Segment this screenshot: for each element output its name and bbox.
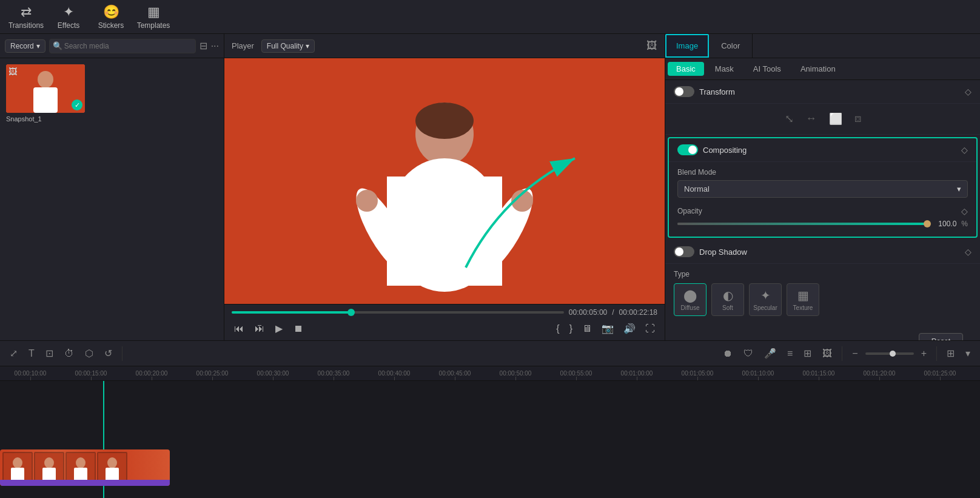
ruler-mark: 00:00:40:00 xyxy=(364,370,425,380)
progress-track[interactable] xyxy=(232,311,564,314)
select-tool-button[interactable]: ⤢ xyxy=(6,345,21,362)
track-frame-3 xyxy=(65,452,96,483)
mic-button[interactable]: 🎤 xyxy=(760,345,780,362)
opacity-unit: % xyxy=(961,220,968,228)
blend-chevron-icon: ▾ xyxy=(957,184,961,193)
group-button[interactable]: ⊞ xyxy=(800,345,815,362)
ruler-mark: 00:01:25:00 xyxy=(910,370,970,380)
stop-button[interactable]: ⏹ xyxy=(291,321,306,337)
transform-toggle[interactable] xyxy=(674,86,694,97)
shape-tool-button[interactable]: ⬡ xyxy=(81,345,97,362)
video-canvas xyxy=(224,58,665,304)
zoom-out-button[interactable]: − xyxy=(848,346,861,362)
record-dropdown[interactable]: Record ▾ xyxy=(5,39,45,53)
templates-button[interactable]: ▦ Templates xyxy=(132,2,175,32)
shield-button[interactable]: 🛡 xyxy=(740,346,757,362)
media-thumb: ✓ 🖼 xyxy=(6,64,85,113)
ds-diffuse-label: Diffuse xyxy=(681,305,700,311)
more-icon[interactable]: ··· xyxy=(211,41,219,52)
ds-texture-label: Texture xyxy=(793,305,813,311)
opacity-keyframe-icon[interactable]: ◇ xyxy=(961,206,968,216)
filter-icon[interactable]: ⊟ xyxy=(200,40,207,52)
transform-icon-1[interactable]: ⤡ xyxy=(785,112,794,126)
transform-icon-2[interactable]: ↔ xyxy=(806,112,817,126)
transitions-button[interactable]: ⇄ Transitions xyxy=(5,2,47,32)
ds-option-texture[interactable]: ▦ Texture xyxy=(787,283,819,316)
effects-button[interactable]: ✦ Effects xyxy=(47,2,90,32)
tab-image-label: Image xyxy=(676,41,698,50)
player-label: Player xyxy=(232,41,254,50)
progress-thumb xyxy=(347,309,355,316)
video-track[interactable] xyxy=(0,449,170,486)
ds-option-soft[interactable]: ◐ Soft xyxy=(711,283,744,316)
timeline-ruler: 00:00:10:0000:00:15:0000:00:20:0000:00:2… xyxy=(0,366,980,381)
record-timeline-button[interactable]: ⏺ xyxy=(719,346,736,362)
compositing-keyframe-icon[interactable]: ◇ xyxy=(961,145,968,155)
screenshot-icon[interactable]: 🖼 xyxy=(646,39,657,52)
frame-back-button[interactable]: ⏭̄ xyxy=(252,321,267,337)
captions-button[interactable]: ≡ xyxy=(784,346,796,362)
mark-out-button[interactable]: } xyxy=(567,320,575,337)
more-options-button[interactable]: ▾ xyxy=(962,345,974,362)
current-time: 00:00:05:00 xyxy=(569,308,607,317)
time-separator: / xyxy=(612,308,614,317)
drop-shadow-keyframe-icon[interactable]: ◇ xyxy=(965,247,972,257)
text-tool-button[interactable]: T xyxy=(25,346,38,362)
zoom-in-button[interactable]: + xyxy=(918,346,930,362)
monitor-button[interactable]: 🖥 xyxy=(580,320,594,337)
subtab-mask-label: Mask xyxy=(715,64,734,73)
mark-in-button[interactable]: { xyxy=(554,320,562,337)
toolbar-separator-1 xyxy=(122,346,122,361)
play-button[interactable]: ▶ xyxy=(273,320,285,337)
tab-image[interactable]: Image xyxy=(665,34,709,58)
compositing-label: Compositing xyxy=(703,146,747,155)
snapshot-button[interactable]: 📷 xyxy=(599,320,616,337)
transform-icon-3[interactable]: ⬜ xyxy=(829,112,842,126)
drop-shadow-label: Drop Shadow xyxy=(699,247,747,257)
subtab-mask[interactable]: Mask xyxy=(706,62,742,76)
drop-shadow-toggle[interactable] xyxy=(674,246,694,257)
ds-diffuse-icon: ⬤ xyxy=(683,288,697,303)
subtab-basic[interactable]: Basic xyxy=(668,62,704,76)
transform-icon-4[interactable]: ⧈ xyxy=(854,112,861,126)
fullscreen-button[interactable]: ⛶ xyxy=(643,320,657,337)
player-controls: 00:00:05:00 / 00:00:22:18 ⏮ ⏭̄ ▶ ⏹ { } 🖥… xyxy=(224,304,665,340)
ruler-marks: 00:00:10:0000:00:15:0000:00:20:0000:00:2… xyxy=(0,370,970,380)
grid-view-button[interactable]: ⊞ xyxy=(943,345,958,362)
rotate-tool-button[interactable]: ↺ xyxy=(101,345,116,362)
subtab-ai-tools[interactable]: AI Tools xyxy=(745,62,790,76)
timer-tool-button[interactable]: ⏱ xyxy=(61,346,78,362)
transitions-label: Transitions xyxy=(8,21,44,30)
audio-button[interactable]: 🔊 xyxy=(621,320,638,337)
opacity-slider-track[interactable] xyxy=(677,223,927,225)
media-item[interactable]: ✓ 🖼 Snapshot_1 xyxy=(6,64,85,123)
ruler-mark: 00:01:05:00 xyxy=(667,370,728,380)
tab-color[interactable]: Color xyxy=(709,34,753,58)
quality-dropdown[interactable]: Full Quality ▾ xyxy=(261,39,315,53)
controls-row: ⏮ ⏭̄ ▶ ⏹ { } 🖥 📷 🔊 ⛶ xyxy=(232,320,657,337)
crop-tool-button[interactable]: ⊡ xyxy=(42,345,57,362)
timeline-toolbar: ⤢ T ⊡ ⏱ ⬡ ↺ ⏺ 🛡 🎤 ≡ ⊞ 🖼 − + ⊞ ▾ xyxy=(0,341,980,366)
opacity-label: Opacity xyxy=(677,207,702,215)
ds-option-diffuse[interactable]: ⬤ Diffuse xyxy=(674,283,706,316)
zoom-slider[interactable] xyxy=(865,352,914,355)
ruler-mark: 00:00:10:00 xyxy=(0,370,61,380)
ds-option-specular[interactable]: ✦ Specular xyxy=(749,283,782,316)
transform-label: Transform xyxy=(699,87,735,96)
subtab-animation[interactable]: Animation xyxy=(792,62,844,76)
top-toolbar: ⇄ Transitions ✦ Effects 😊 Stickers ▦ Tem… xyxy=(0,0,980,34)
timeline-tracks xyxy=(0,381,980,498)
search-wrapper: 🔍 xyxy=(49,39,196,53)
ruler-mark: 00:00:55:00 xyxy=(546,370,606,380)
ruler-mark: 00:00:25:00 xyxy=(182,370,243,380)
skip-back-button[interactable]: ⏮ xyxy=(232,321,246,337)
search-input[interactable] xyxy=(49,39,196,53)
right-tabs-top: Image Color xyxy=(665,34,980,58)
transform-keyframe-icon[interactable]: ◇ xyxy=(965,87,972,96)
image-tl-button[interactable]: 🖼 xyxy=(819,346,836,362)
timeline-area: ⤢ T ⊡ ⏱ ⬡ ↺ ⏺ 🛡 🎤 ≡ ⊞ 🖼 − + ⊞ ▾ 00:00:10… xyxy=(0,340,980,498)
blend-mode-select[interactable]: Normal ▾ xyxy=(677,180,968,198)
stickers-button[interactable]: 😊 Stickers xyxy=(90,2,132,32)
compositing-toggle[interactable] xyxy=(677,144,698,155)
reset-button[interactable]: Reset xyxy=(919,333,963,340)
